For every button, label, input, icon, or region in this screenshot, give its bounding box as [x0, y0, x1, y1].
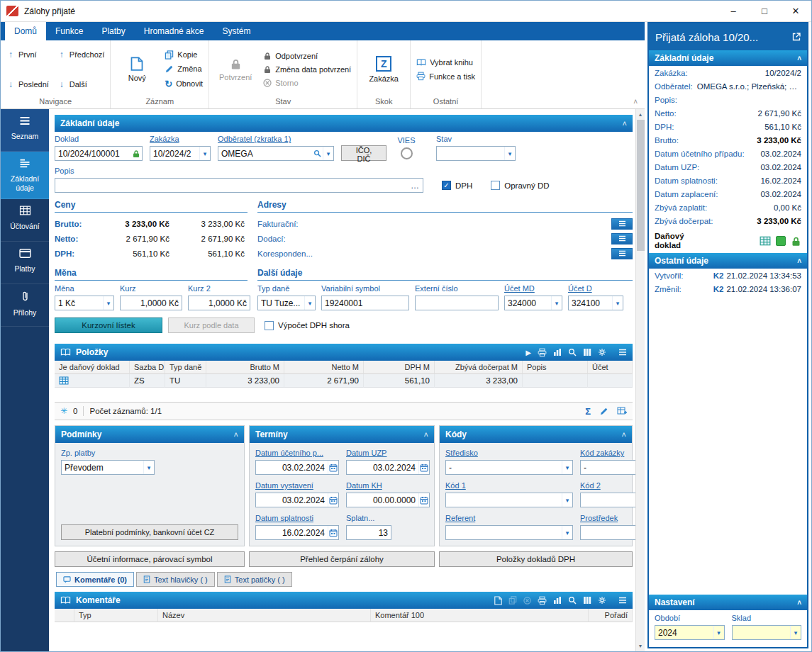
tab-komentare[interactable]: Komentáře (0) — [56, 572, 134, 587]
polozky-dokladu-dph-button[interactable]: Položky dokladů DPH — [439, 551, 633, 567]
new-button[interactable]: Nový — [116, 43, 157, 96]
columns-icon[interactable] — [583, 596, 591, 605]
kurz-podle-data-button[interactable]: Kurz podle data — [168, 317, 255, 333]
ico-dic-button[interactable]: IČO, DIČ — [341, 145, 386, 161]
ucet-md-input[interactable] — [505, 298, 551, 308]
datum-uzp-input[interactable] — [347, 463, 418, 473]
kod2-input[interactable] — [581, 495, 635, 505]
search-icon[interactable] — [568, 596, 577, 605]
kod1-input[interactable] — [446, 495, 562, 505]
dph-checkbox[interactable]: ✓ — [442, 181, 451, 190]
kurzovni-listek-button[interactable]: Kurzovní lístek — [55, 317, 162, 333]
tab-domu[interactable]: Domů — [5, 22, 46, 40]
chart-icon[interactable] — [553, 348, 562, 356]
print-icon[interactable] — [538, 596, 547, 605]
tab-text-hlavicky[interactable]: Text hlavičky ( ) — [136, 572, 215, 587]
scroll-up-button[interactable]: ▲ — [636, 109, 645, 120]
doklad-input[interactable] — [55, 149, 130, 159]
sklad-input[interactable] — [733, 628, 791, 638]
collapse-icon[interactable]: ˄ — [622, 430, 626, 439]
kurz2-input[interactable] — [189, 298, 250, 308]
sum-icon[interactable]: Σ — [585, 406, 591, 417]
col-header[interactable]: Je daňový doklad — [55, 361, 130, 374]
run-icon[interactable]: ▶ — [525, 349, 531, 356]
dropdown-icon[interactable]: ▾ — [612, 296, 623, 310]
datum-splatnosti-input[interactable] — [256, 528, 328, 538]
ucet-d-input[interactable] — [569, 298, 612, 308]
refresh-button[interactable]: ↻Obnovit — [165, 79, 203, 89]
ribbon-collapse-button[interactable]: ˄ — [633, 98, 638, 106]
platebni-podminky-button[interactable]: Platební podmínky, bankovní účet CZ — [61, 524, 238, 540]
stav-input[interactable] — [437, 149, 504, 159]
print-icon[interactable] — [538, 348, 547, 357]
zakazka-input[interactable] — [150, 149, 199, 159]
copy-button[interactable]: Kopie — [165, 50, 203, 60]
functions-print-button[interactable]: Funkce a tisk — [416, 72, 475, 81]
obdobi-input[interactable] — [655, 628, 713, 638]
dropdown-icon[interactable]: ▾ — [504, 147, 515, 160]
fakturacni-address-button[interactable] — [611, 218, 633, 230]
tab-funkce[interactable]: Funkce — [46, 22, 92, 40]
scroll-down-button[interactable]: ▼ — [636, 641, 645, 651]
dropdown-icon[interactable]: ▾ — [103, 296, 113, 310]
col-header[interactable]: Typ — [74, 609, 158, 622]
tab-platby[interactable]: Platby — [92, 22, 134, 40]
calendar-icon[interactable] — [418, 493, 429, 507]
close-button[interactable]: ✕ — [780, 1, 811, 21]
menu-icon[interactable] — [618, 349, 627, 356]
sidebar-item-prilohy[interactable]: Přílohy — [1, 284, 49, 327]
dropdown-icon[interactable]: ▾ — [562, 493, 572, 507]
lookup-icon[interactable] — [311, 150, 323, 157]
vertical-scrollbar[interactable]: ▲ ▼ — [635, 109, 645, 651]
datum-ucetniho-input[interactable] — [256, 463, 328, 473]
collapse-icon[interactable]: ˄ — [234, 430, 238, 439]
zp-platby-input[interactable] — [62, 463, 143, 473]
variabilni-symbol-input[interactable] — [322, 298, 408, 308]
col-header[interactable]: Účet — [588, 361, 633, 374]
new-document-icon[interactable] — [494, 596, 502, 605]
odberatel-input[interactable] — [218, 149, 311, 159]
calendar-icon[interactable] — [328, 526, 338, 539]
col-header[interactable]: Brutto M — [206, 361, 284, 374]
change-confirm-date-button[interactable]: Změna data potvrzení — [263, 65, 351, 74]
columns-icon[interactable] — [583, 348, 591, 356]
col-header[interactable]: Typ daně — [165, 361, 206, 374]
col-header[interactable]: Netto M — [284, 361, 364, 374]
scrollbar-thumb[interactable] — [637, 120, 645, 251]
calendar-icon[interactable] — [328, 461, 338, 474]
col-header[interactable]: Pořadí — [589, 609, 633, 622]
col-header[interactable]: Popis — [523, 361, 588, 374]
korespondencni-address-button[interactable] — [611, 248, 633, 259]
tab-text-paticky[interactable]: Text patičky ( ) — [217, 572, 292, 587]
kurz-input[interactable] — [121, 298, 182, 308]
polozky-row[interactable]: ZS TU 3 233,00 2 671,90 561,10 3 233,00 — [55, 374, 633, 388]
settings-gear-icon[interactable] — [598, 596, 606, 605]
dropdown-icon[interactable]: ▾ — [790, 626, 801, 639]
edit-pencil-icon[interactable] — [599, 407, 608, 416]
sidebar-item-seznam[interactable]: Seznam — [1, 109, 49, 152]
unconfirm-button[interactable]: Odpotvrzení — [263, 52, 351, 60]
confirm-button[interactable]: Potvrzení — [215, 43, 256, 96]
open-in-window-icon[interactable] — [792, 33, 801, 41]
filter-snowflake-icon[interactable]: ✳ — [60, 406, 67, 416]
externi-cislo-input[interactable] — [416, 298, 498, 308]
stredisko-input[interactable] — [446, 463, 562, 473]
menu-icon[interactable] — [618, 597, 627, 604]
last-record-button[interactable]: ↓Poslední — [6, 79, 49, 89]
dodaci-address-button[interactable] — [611, 233, 633, 244]
dropdown-icon[interactable]: ▾ — [323, 147, 333, 160]
next-record-button[interactable]: ↓Další — [57, 79, 105, 89]
minimize-button[interactable]: – — [718, 1, 749, 21]
opravny-dd-checkbox[interactable] — [491, 181, 500, 190]
typ-dane-input[interactable] — [258, 298, 304, 308]
calendar-icon[interactable] — [418, 461, 429, 474]
kod-zakazky-input[interactable] — [581, 463, 635, 473]
dropdown-icon[interactable]: ▾ — [304, 296, 315, 310]
dropdown-icon[interactable]: ▾ — [551, 296, 562, 310]
popis-input[interactable] — [55, 181, 407, 191]
calendar-icon[interactable] — [328, 493, 338, 507]
dropdown-icon[interactable]: ▾ — [562, 526, 572, 539]
mena-input[interactable] — [55, 298, 103, 308]
delete-icon[interactable] — [523, 597, 531, 605]
splatnost-input[interactable] — [347, 528, 391, 538]
